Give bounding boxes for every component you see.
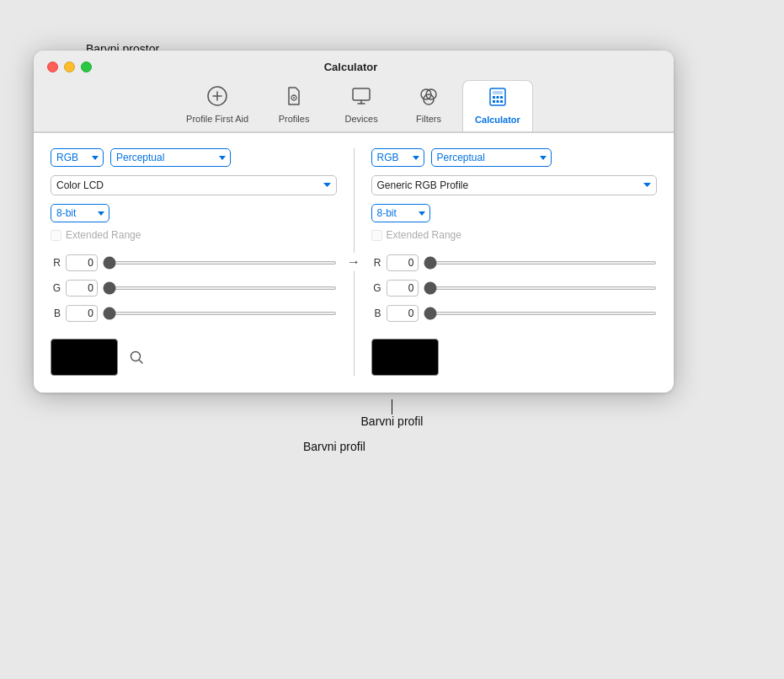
left-channel-g-input[interactable] (66, 280, 98, 297)
right-channel-g-label: G (371, 282, 381, 294)
left-channel-g-row: G (51, 280, 337, 297)
svg-point-19 (131, 352, 141, 361)
tab-filters-label: Filters (416, 114, 441, 124)
right-channel-r-label: R (371, 257, 381, 269)
right-channel-b-slider[interactable] (424, 312, 658, 315)
right-profile-row: Generic RGB Profile (371, 175, 658, 195)
two-columns: RGB CMYK Lab Perceptual Saturation Relat… (51, 148, 657, 376)
tab-calculator[interactable]: Calculator (462, 80, 533, 131)
right-bit-row: 8-bit 16-bit 32-bit (371, 204, 658, 222)
left-channel-r-label: R (51, 257, 61, 269)
calculator-icon (487, 86, 509, 113)
tab-profiles[interactable]: Profiles (260, 80, 328, 131)
left-extended-range-label: Extended Range (66, 229, 141, 241)
right-extended-range-checkbox[interactable] (371, 230, 382, 241)
right-color-swatch (371, 339, 439, 376)
search-color-button[interactable] (126, 347, 147, 367)
right-extended-range-label: Extended Range (387, 229, 461, 241)
content-area: RGB CMYK Lab Perceptual Saturation Relat… (34, 132, 674, 393)
left-channel-r-row: R (51, 254, 337, 271)
tab-profile-first-aid-label: Profile First Aid (186, 114, 248, 124)
tab-profile-first-aid[interactable]: Profile First Aid (174, 80, 260, 131)
tab-devices[interactable]: Devices (328, 80, 395, 131)
devices-icon (350, 85, 372, 112)
right-column: RGB CMYK Lab Perceptual Saturation Relat… (355, 148, 658, 376)
left-colorspace-select[interactable]: RGB CMYK Lab (51, 148, 104, 167)
svg-rect-14 (496, 96, 499, 99)
left-color-swatch (51, 339, 118, 376)
svg-rect-16 (493, 100, 495, 103)
profile-first-aid-icon (206, 85, 228, 112)
left-extended-range: Extended Range (51, 229, 337, 241)
left-swatch-row (51, 339, 337, 376)
traffic-lights (47, 61, 92, 72)
left-rendering-intent-select[interactable]: Perceptual Saturation Relative Colorimet… (110, 148, 231, 167)
right-profile-select[interactable]: Generic RGB Profile (371, 175, 658, 195)
left-channel-b-label: B (51, 307, 61, 319)
filters-icon (418, 85, 440, 112)
left-channel-r-input[interactable] (66, 254, 98, 271)
tab-calculator-label: Calculator (475, 115, 520, 125)
right-channel-b-label: B (371, 307, 381, 319)
left-channel-g-label: G (51, 282, 61, 294)
right-colorspace-select[interactable]: RGB CMYK Lab (371, 148, 424, 167)
tab-filters[interactable]: Filters (395, 80, 462, 131)
titlebar: Calculator Profile First Aid (34, 51, 674, 132)
right-swatch-row (371, 339, 658, 376)
left-controls-row: RGB CMYK Lab Perceptual Saturation Relat… (51, 148, 337, 167)
svg-rect-18 (500, 100, 503, 103)
svg-rect-17 (496, 100, 499, 103)
conversion-arrow: → (344, 253, 364, 271)
left-channel-b-slider[interactable] (103, 312, 337, 315)
right-channel-b-row: B (371, 305, 658, 322)
profiles-icon (283, 85, 305, 112)
left-channel-b-row: B (51, 305, 337, 322)
left-channel-b-input[interactable] (66, 305, 98, 322)
toolbar: Profile First Aid Profiles (168, 80, 540, 131)
maximize-button[interactable] (81, 61, 92, 72)
right-channel-g-slider[interactable] (424, 286, 658, 290)
minimize-button[interactable] (64, 61, 75, 72)
annotation-barvni-profil-label: Barvni profil (361, 414, 424, 428)
left-bit-depth-select[interactable]: 8-bit 16-bit 32-bit (51, 204, 109, 222)
left-profile-row: Color LCD (51, 175, 337, 195)
left-channel-r-slider[interactable] (103, 261, 337, 265)
svg-rect-5 (353, 88, 370, 100)
left-profile-select[interactable]: Color LCD (51, 175, 337, 195)
svg-rect-15 (500, 96, 503, 99)
window-title: Calculator (92, 61, 610, 73)
right-rendering-intent-select[interactable]: Perceptual Saturation Relative Colorimet… (431, 148, 552, 167)
svg-line-20 (140, 361, 143, 364)
svg-point-4 (293, 97, 295, 99)
right-channel-r-slider[interactable] (424, 261, 658, 265)
right-channel-r-row: R (371, 254, 658, 271)
svg-rect-12 (493, 91, 503, 94)
right-channel-g-row: G (371, 280, 658, 297)
svg-rect-13 (493, 96, 495, 99)
tab-profiles-label: Profiles (279, 114, 310, 124)
right-channel-g-input[interactable] (387, 280, 419, 297)
tab-devices-label: Devices (345, 114, 378, 124)
right-extended-range: Extended Range (371, 229, 658, 241)
right-channel-r-input[interactable] (387, 254, 419, 271)
left-channel-g-slider[interactable] (103, 286, 337, 290)
close-button[interactable] (47, 61, 58, 72)
main-window: Calculator Profile First Aid (34, 51, 674, 393)
left-bit-row: 8-bit 16-bit 32-bit (51, 204, 337, 222)
annotation-barvni-profil: Barvni profil (303, 440, 365, 453)
left-extended-range-checkbox[interactable] (51, 230, 61, 241)
right-bit-depth-select[interactable]: 8-bit 16-bit 32-bit (371, 204, 430, 222)
right-channel-b-input[interactable] (387, 305, 419, 322)
right-controls-row: RGB CMYK Lab Perceptual Saturation Relat… (371, 148, 658, 167)
left-column: RGB CMYK Lab Perceptual Saturation Relat… (51, 148, 355, 376)
